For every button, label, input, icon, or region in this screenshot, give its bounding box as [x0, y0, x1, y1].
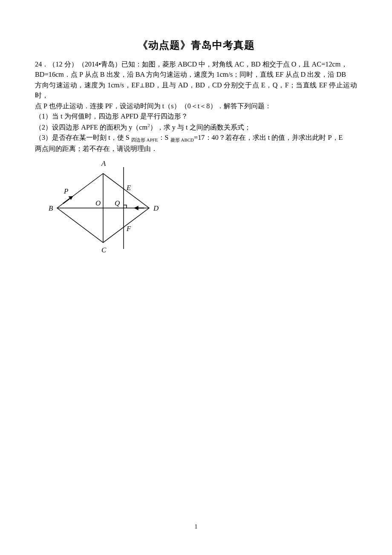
label-F: F: [126, 225, 131, 233]
q3-part-b: ：S: [158, 133, 170, 142]
q3-part-c: =17：40？若存在，求出 t 的值，并求出此时 P，E: [194, 133, 343, 142]
q3-sub1: 四边形 APFE: [131, 138, 158, 143]
label-D: D: [153, 204, 159, 212]
page-title: 《动点题》青岛中考真题: [35, 38, 357, 52]
problem-text: 24．（12 分）（2014•青岛）已知：如图，菱形 ABCD 中，对角线 AC…: [35, 59, 357, 154]
label-B: B: [49, 204, 53, 212]
label-Q: Q: [115, 199, 120, 207]
q3-part-a: （3）是否存在某一时刻 t，使 S: [35, 133, 131, 142]
geometry-figure: A B C D E F O P Q: [43, 157, 357, 261]
label-P: P: [63, 187, 68, 195]
label-O: O: [95, 199, 101, 207]
problem-q3-line1: （3）是否存在某一时刻 t，使 S 四边形 APFE：S 菱形 ABCD=17：…: [35, 133, 357, 144]
label-A: A: [101, 159, 106, 168]
problem-q3-line2: 两点间的距离；若不存在，请说明理由．: [35, 144, 357, 154]
page-number: 1: [0, 523, 392, 530]
problem-line-1: 24．（12 分）（2014•青岛）已知：如图，菱形 ABCD 中，对角线 AC…: [35, 59, 357, 69]
q3-sub2: 菱形 ABCD: [170, 138, 194, 143]
problem-line-2: BD=16cm．点 P 从点 B 出发，沿 BA 方向匀速运动，速度为 1cm/…: [35, 69, 357, 80]
problem-q2: （2）设四边形 APFE 的面积为 y（cm2），求 y 与 t 之间的函数关系…: [35, 122, 357, 133]
label-C: C: [101, 246, 107, 254]
q2-part-a: （2）设四边形 APFE 的面积为 y（cm: [35, 123, 147, 131]
problem-line-4: 点 P 也停止运动．连接 PF，设运动时间为 t（s）（0＜t＜8）．解答下列问…: [35, 101, 357, 111]
q2-part-b: ），求 y 与 t 之间的函数关系式；: [150, 123, 251, 131]
svg-marker-7: [135, 206, 138, 210]
problem-line-3: 方向匀速运动，速度为 1cm/s，EF⊥BD，且与 AD，BD，CD 分别交于点…: [35, 80, 357, 101]
problem-q1: （1）当 t 为何值时，四边形 APFD 是平行四边形？: [35, 111, 357, 121]
label-E: E: [126, 184, 131, 192]
